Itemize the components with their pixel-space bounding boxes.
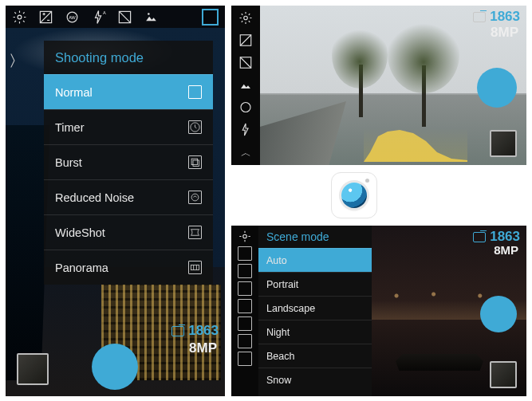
menu-item-label: Reduced Noise xyxy=(55,191,134,204)
scene-mode-title: Scene mode xyxy=(258,226,372,248)
scene-mode-portrait[interactable]: Portrait xyxy=(258,272,372,296)
svg-point-12 xyxy=(244,16,248,20)
svg-rect-9 xyxy=(193,160,199,167)
menu-item-label: Beach xyxy=(266,351,294,362)
shooting-mode-reduced-noise[interactable]: Reduced Noise xyxy=(44,179,213,214)
wideshot-icon xyxy=(188,226,202,239)
shots-remaining-value: 1863 xyxy=(490,229,520,245)
landscape-viewfinder-screen: ︿ 1863 8MP xyxy=(231,6,526,165)
top-toolbar: AW A xyxy=(6,6,225,28)
menu-item-label: Snow xyxy=(266,375,291,386)
shooting-mode-wideshot[interactable]: WideShot xyxy=(44,214,213,250)
toolbar-box-icon[interactable] xyxy=(238,299,252,313)
panorama-icon xyxy=(188,261,202,274)
menu-item-label: Normal xyxy=(55,86,93,99)
scene-mode-night[interactable]: Night xyxy=(258,320,372,344)
sd-card-icon xyxy=(473,12,486,22)
expand-chevron-icon[interactable]: ︿ xyxy=(241,146,251,160)
toolbar-box-icon[interactable] xyxy=(238,246,252,261)
gallery-icon[interactable] xyxy=(238,77,253,92)
scene-mode-snow[interactable]: Snow xyxy=(258,368,372,391)
menu-item-label: WideShot xyxy=(55,226,105,239)
menu-item-label: Portrait xyxy=(266,279,298,290)
toolbar-box-icon[interactable] xyxy=(238,316,252,331)
exposure-icon[interactable] xyxy=(38,10,53,25)
svg-rect-11 xyxy=(191,265,199,269)
svg-point-16 xyxy=(243,234,247,238)
shots-remaining: 1863 xyxy=(473,229,520,245)
last-photo-thumbnail[interactable] xyxy=(17,353,49,385)
side-toolbar xyxy=(231,226,258,396)
resolution-label: 8MP xyxy=(494,243,518,257)
settings-gear-icon[interactable] xyxy=(12,10,27,25)
menu-item-label: Panorama xyxy=(55,261,108,274)
menu-item-label: Night xyxy=(266,327,290,338)
svg-text:AW: AW xyxy=(69,14,76,19)
menu-item-label: Timer xyxy=(55,121,85,134)
square-icon xyxy=(188,85,202,99)
toolbar-box-icon[interactable] xyxy=(238,264,252,278)
shooting-mode-menu: Shooting mode Normal Timer Burst Reduced… xyxy=(44,41,213,285)
toolbar-box-icon[interactable] xyxy=(238,334,252,348)
awb-icon[interactable] xyxy=(238,100,253,114)
shutter-button[interactable] xyxy=(477,68,517,108)
clock-icon xyxy=(188,120,202,134)
scene-mode-menu: Scene mode Auto Portrait Landscape Night… xyxy=(258,226,372,396)
settings-gear-icon[interactable] xyxy=(238,229,252,243)
shutter-button[interactable] xyxy=(92,344,138,390)
shooting-mode-timer[interactable]: Timer xyxy=(44,109,213,144)
toolbar-box-icon[interactable] xyxy=(238,352,252,366)
histogram-icon[interactable] xyxy=(117,10,132,25)
svg-point-15 xyxy=(241,102,250,112)
scene-mode-landscape[interactable]: Landscape xyxy=(258,296,372,320)
expand-chevron-icon[interactable] xyxy=(10,52,15,69)
landscape-scene-mode-screen: Scene mode Auto Portrait Landscape Night… xyxy=(231,226,526,396)
menu-item-label: Burst xyxy=(55,156,82,169)
scene-mode-auto[interactable]: Auto xyxy=(258,248,372,272)
sd-card-icon xyxy=(171,326,184,336)
resolution-label: 8MP xyxy=(189,340,217,356)
svg-rect-8 xyxy=(191,159,198,165)
shooting-mode-panorama[interactable]: Panorama xyxy=(44,250,213,285)
svg-point-0 xyxy=(18,15,22,19)
side-toolbar: ︿ xyxy=(231,6,260,165)
awb-icon[interactable]: AW xyxy=(65,10,80,25)
shots-remaining-value: 1863 xyxy=(490,9,520,25)
camera-app-icon xyxy=(331,172,377,218)
shutter-button[interactable] xyxy=(480,296,517,332)
sd-card-icon xyxy=(473,232,486,242)
settings-gear-icon[interactable] xyxy=(238,10,253,25)
resolution-label: 8MP xyxy=(491,25,518,41)
portrait-shooting-mode-screen: AW A Shooting mode Normal Timer Burst Re… xyxy=(6,6,225,396)
scene-mode-beach[interactable]: Beach xyxy=(258,344,372,368)
reduced-noise-icon xyxy=(188,191,202,204)
stack-icon xyxy=(188,155,202,169)
svg-text:A: A xyxy=(103,10,106,15)
shooting-mode-normal[interactable]: Normal xyxy=(44,74,213,109)
shooting-mode-title: Shooting mode xyxy=(44,41,213,74)
flash-auto-icon[interactable] xyxy=(238,122,253,136)
shots-remaining: 1863 xyxy=(473,9,520,25)
last-photo-thumbnail[interactable] xyxy=(490,130,517,157)
toolbar-box-icon[interactable] xyxy=(238,281,252,296)
camera-lens-icon xyxy=(341,183,367,208)
shots-remaining: 1863 xyxy=(171,323,219,339)
histogram-icon[interactable] xyxy=(238,55,253,69)
histogram-overlay xyxy=(364,128,467,162)
flash-auto-icon[interactable]: A xyxy=(91,10,106,25)
mode-box-icon[interactable] xyxy=(202,9,219,26)
exposure-icon[interactable] xyxy=(238,33,253,47)
shooting-mode-burst[interactable]: Burst xyxy=(44,144,213,179)
gallery-icon[interactable] xyxy=(144,10,159,25)
svg-point-6 xyxy=(148,13,150,15)
menu-item-label: Auto xyxy=(266,255,287,266)
last-photo-thumbnail[interactable] xyxy=(490,361,517,388)
svg-point-10 xyxy=(191,194,199,201)
menu-item-label: Landscape xyxy=(266,303,315,314)
shots-remaining-value: 1863 xyxy=(188,323,219,339)
